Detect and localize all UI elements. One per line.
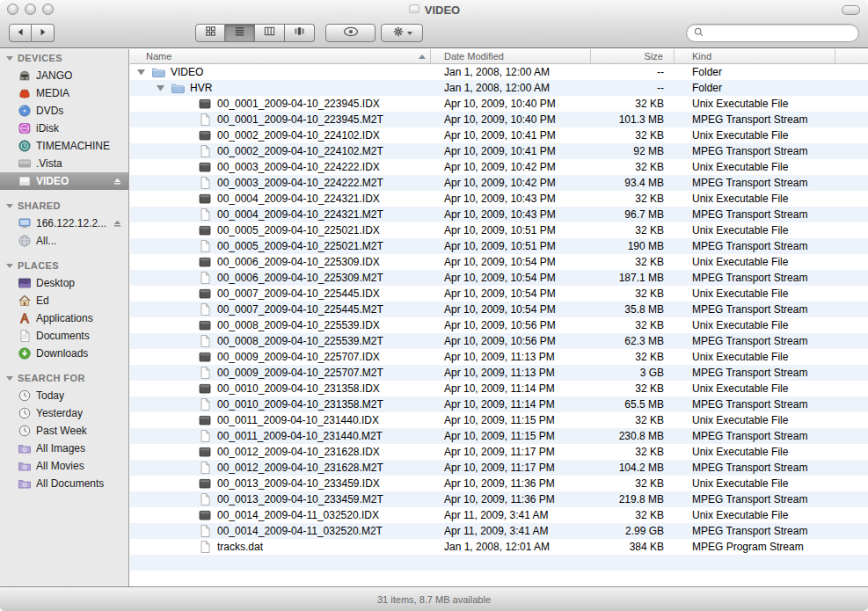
table-row[interactable]: 00_0002_2009-04-10_224102.M2TApr 10, 200… (130, 143, 868, 159)
list-view-button[interactable] (225, 24, 255, 42)
sidebar-item-all-images[interactable]: All Images (0, 440, 128, 457)
status-text: 31 items, 8.7 MB available (377, 594, 491, 605)
sidebar-item-past-week[interactable]: Past Week (0, 422, 128, 440)
file-name-label: 00_0012_2009-04-10_231628.IDX (217, 446, 380, 458)
table-row[interactable]: VIDEOJan 1, 2008, 12:00 AM--Folder (130, 64, 868, 80)
table-row[interactable]: 00_0007_2009-04-10_225445.M2TApr 10, 200… (130, 302, 868, 317)
column-header-date-modified[interactable]: Date Modified (431, 49, 591, 63)
sidebar-item-media[interactable]: MEDIA (0, 84, 128, 102)
document-icon (198, 461, 212, 475)
column-header-kind[interactable]: Kind (675, 49, 835, 63)
table-row[interactable]: 00_0013_2009-04-10_233459.IDXApr 10, 200… (130, 476, 868, 491)
search-input[interactable] (708, 26, 858, 40)
sidebar-item-all[interactable]: All... (0, 232, 128, 250)
sidebar-section-search-for: SEARCH FORTodayYesterdayPast WeekAll Ima… (0, 369, 128, 492)
table-row[interactable]: 00_0006_2009-04-10_225309.IDXApr 10, 200… (130, 254, 868, 270)
disclosure-triangle-icon (6, 376, 13, 381)
table-row[interactable]: 00_0010_2009-04-10_231358.M2TApr 10, 200… (130, 396, 868, 412)
sidebar-section-places: PLACESDesktopEdApplicationsDocumentsDown… (0, 257, 128, 362)
sidebar-item-idisk[interactable]: iDisk (0, 120, 128, 137)
sidebar-item-documents[interactable]: Documents (0, 327, 128, 345)
sidebar-item-downloads[interactable]: Downloads (0, 345, 128, 362)
document-icon (198, 239, 212, 253)
size-cell: 32 KB (591, 509, 675, 521)
table-row[interactable]: 00_0012_2009-04-10_231628.IDXApr 10, 200… (130, 444, 868, 460)
table-row[interactable]: 00_0007_2009-04-10_225445.IDXApr 10, 200… (130, 286, 868, 302)
unix-executable-icon (198, 192, 212, 206)
table-row[interactable]: 00_0009_2009-04-10_225707.M2TApr 10, 200… (130, 365, 868, 381)
table-row[interactable]: 00_0006_2009-04-10_225309.M2TApr 10, 200… (130, 270, 868, 286)
back-button[interactable] (9, 24, 32, 42)
sidebar-section-header-search-for[interactable]: SEARCH FOR (0, 369, 128, 387)
table-row[interactable]: tracks.datJan 1, 2008, 12:01 AM384 KBMPE… (130, 539, 868, 555)
table-row[interactable]: 00_0008_2009-04-10_225539.IDXApr 10, 200… (130, 317, 868, 333)
column-header-size[interactable]: Size (591, 49, 675, 63)
table-row[interactable]: 00_0011_2009-04-10_231440.IDXApr 10, 200… (130, 412, 868, 428)
icon-view-button[interactable] (195, 24, 225, 42)
sidebar-item-vista[interactable]: .Vista (0, 155, 128, 172)
table-row[interactable]: 00_0001_2009-04-10_223945.M2TApr 10, 200… (130, 112, 868, 127)
table-row[interactable]: 00_0013_2009-04-10_233459.M2TApr 10, 200… (130, 491, 868, 507)
sidebar-item-video[interactable]: VIDEO (0, 172, 128, 190)
table-row[interactable]: 00_0014_2009-04-11_032520.M2TApr 11, 200… (130, 523, 868, 539)
sidebar-item-all-movies[interactable]: All Movies (0, 457, 128, 475)
sidebar-section-header-shared[interactable]: SHARED (0, 197, 128, 215)
downloads-icon (18, 346, 32, 360)
table-row[interactable]: 00_0011_2009-04-10_231440.M2TApr 10, 200… (130, 428, 868, 444)
sidebar-item-ed[interactable]: Ed (0, 292, 128, 309)
sidebar-item-applications[interactable]: Applications (0, 309, 128, 327)
sidebar-item-timemachine[interactable]: TIMEMACHINE (0, 137, 128, 155)
unix-executable-icon (198, 476, 212, 491)
table-row[interactable]: HVRJan 1, 2008, 12:00 AM--Folder (130, 80, 868, 96)
sidebar-item-jango[interactable]: JANGO (0, 67, 128, 84)
file-name-label: 00_0002_2009-04-10_224102.IDX (217, 129, 380, 142)
sidebar-item-all-documents[interactable]: All Documents (0, 475, 128, 492)
table-row[interactable]: 00_0002_2009-04-10_224102.IDXApr 10, 200… (130, 127, 868, 143)
sidebar-item-166-122-12-2[interactable]: 166.122.12.2... (0, 215, 128, 232)
sidebar-item-dvds[interactable]: DVDs (0, 102, 128, 120)
forward-button[interactable] (32, 24, 55, 42)
table-row[interactable]: 00_0003_2009-04-10_224222.M2TApr 10, 200… (130, 175, 868, 191)
table-row[interactable]: 00_0010_2009-04-10_231358.IDXApr 10, 200… (130, 381, 868, 396)
search-field[interactable] (686, 24, 859, 42)
column-header-name[interactable]: Name (130, 49, 431, 63)
toolbar-toggle-button[interactable] (842, 5, 860, 15)
table-row[interactable]: 00_0009_2009-04-10_225707.IDXApr 10, 200… (130, 349, 868, 365)
eject-icon[interactable] (112, 176, 123, 187)
sidebar-section-header-devices[interactable]: DEVICES (0, 49, 128, 67)
sidebar-section-header-places[interactable]: PLACES (0, 257, 128, 274)
table-row[interactable]: 00_0003_2009-04-10_224222.IDXApr 10, 200… (130, 159, 868, 175)
file-name-label: 00_0009_2009-04-10_225707.IDX (217, 351, 380, 363)
table-row[interactable]: 00_0005_2009-04-10_225021.IDXApr 10, 200… (130, 222, 868, 238)
disclosure-triangle-icon[interactable] (137, 69, 145, 75)
sidebar-item-desktop[interactable]: Desktop (0, 274, 128, 292)
kind-cell: Folder (675, 66, 835, 78)
file-name-cell: 00_0008_2009-04-10_225539.M2T (130, 334, 431, 348)
table-row[interactable]: 00_0012_2009-04-10_231628.M2TApr 10, 200… (130, 460, 868, 476)
file-name-cell: 00_0004_2009-04-10_224321.IDX (130, 192, 431, 206)
table-row[interactable]: 00_0014_2009-04-11_032520.IDXApr 11, 200… (130, 507, 868, 523)
action-menu-button[interactable] (381, 24, 423, 42)
search-icon (693, 25, 704, 41)
disclosure-triangle-icon[interactable] (157, 85, 164, 91)
table-row[interactable]: 00_0004_2009-04-10_224321.IDXApr 10, 200… (130, 191, 868, 207)
date-modified-cell: Apr 10, 2009, 11:14 PM (431, 398, 591, 411)
column-view-button[interactable] (255, 24, 285, 42)
size-cell: 32 KB (591, 256, 675, 268)
table-row[interactable]: 00_0004_2009-04-10_224321.M2TApr 10, 200… (130, 207, 868, 222)
table-row[interactable]: 00_0005_2009-04-10_225021.M2TApr 10, 200… (130, 238, 868, 254)
kind-cell: MPEG Transport Stream (675, 493, 835, 506)
file-name-label: 00_0001_2009-04-10_223945.M2T (217, 113, 383, 126)
eject-icon[interactable] (112, 218, 123, 229)
table-row[interactable]: 00_0008_2009-04-10_225539.M2TApr 10, 200… (130, 333, 868, 349)
date-modified-cell: Apr 10, 2009, 10:43 PM (431, 193, 591, 205)
table-row[interactable]: 00_0001_2009-04-10_223945.IDXApr 10, 200… (130, 96, 868, 112)
quick-look-button[interactable] (325, 24, 376, 42)
kind-cell: MPEG Transport Stream (675, 240, 835, 252)
coverflow-view-button[interactable] (285, 24, 315, 42)
sidebar-item-today[interactable]: Today (0, 387, 128, 404)
size-cell: 384 KB (591, 541, 675, 553)
sidebar-item-yesterday[interactable]: Yesterday (0, 404, 128, 422)
title-bar[interactable]: VIDEO (0, 0, 868, 19)
empty-row (130, 555, 868, 571)
